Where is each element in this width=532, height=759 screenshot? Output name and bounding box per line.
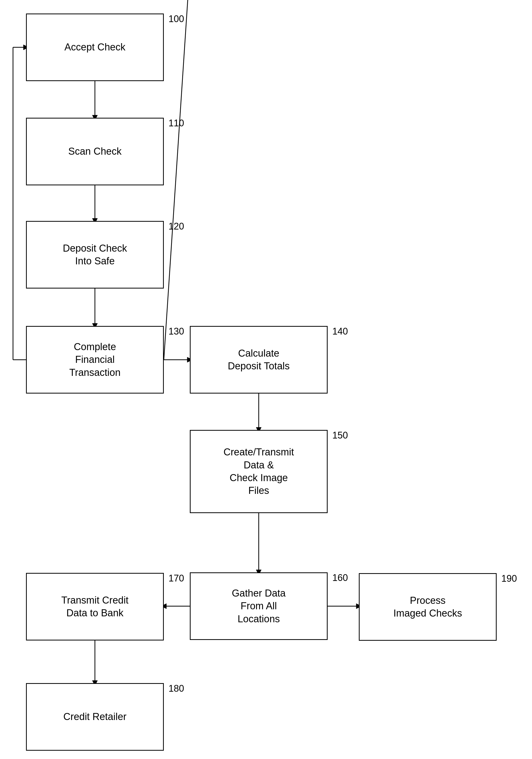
complete-financial-label: CompleteFinancialTransaction (69, 340, 120, 379)
create-transmit-number: 150 (332, 430, 348, 441)
credit-retailer-number: 180 (169, 683, 184, 694)
complete-financial-box: CompleteFinancialTransaction (26, 326, 164, 393)
svg-line-10 (164, 0, 188, 360)
scan-check-box: Scan Check (26, 118, 164, 185)
credit-retailer-label: Credit Retailer (63, 710, 127, 723)
calculate-deposit-box: CalculateDeposit Totals (190, 326, 328, 393)
gather-data-label: Gather DataFrom AllLocations (232, 587, 286, 625)
gather-data-box: Gather DataFrom AllLocations (190, 572, 328, 640)
calculate-deposit-number: 140 (332, 326, 348, 337)
transmit-credit-box: Transmit CreditData to Bank (26, 573, 164, 640)
create-transmit-label: Create/TransmitData &Check ImageFiles (224, 446, 294, 497)
scan-check-number: 110 (169, 118, 184, 129)
credit-retailer-box: Credit Retailer (26, 683, 164, 751)
accept-check-box: Accept Check (26, 14, 164, 81)
process-imaged-number: 190 (501, 573, 517, 584)
scan-check-label: Scan Check (68, 145, 122, 158)
deposit-check-box: Deposit CheckInto Safe (26, 221, 164, 289)
flowchart-diagram: Accept Check 100 Scan Check 110 Deposit … (0, 0, 532, 759)
accept-check-label: Accept Check (64, 41, 125, 54)
deposit-check-number: 120 (169, 221, 184, 232)
complete-financial-number: 130 (169, 326, 184, 337)
calculate-deposit-label: CalculateDeposit Totals (228, 347, 290, 373)
accept-check-number: 100 (169, 14, 184, 24)
create-transmit-box: Create/TransmitData &Check ImageFiles (190, 430, 328, 513)
transmit-credit-label: Transmit CreditData to Bank (61, 594, 128, 620)
deposit-check-label: Deposit CheckInto Safe (63, 242, 127, 268)
gather-data-number: 160 (332, 572, 348, 583)
process-imaged-box: ProcessImaged Checks (359, 573, 497, 641)
process-imaged-label: ProcessImaged Checks (393, 594, 462, 620)
transmit-credit-number: 170 (169, 573, 184, 584)
